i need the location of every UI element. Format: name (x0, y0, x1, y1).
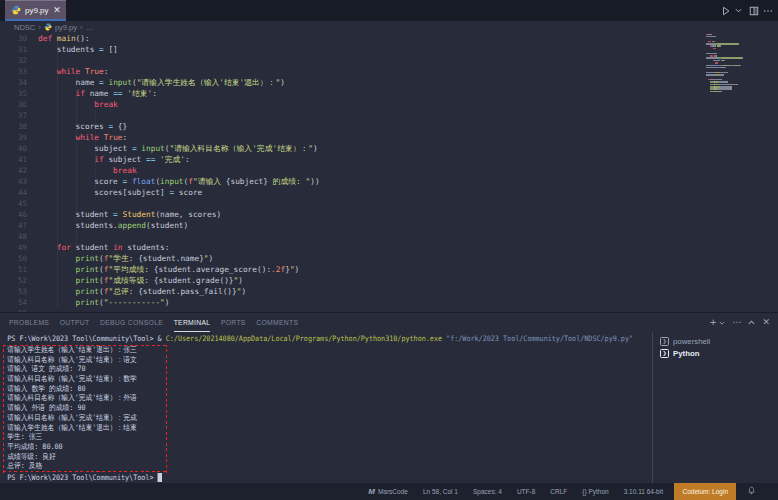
code-token-fn: input (108, 78, 131, 87)
minimap[interactable] (706, 33, 768, 312)
code-token-fn: print (76, 254, 99, 263)
panel-tab-comments[interactable]: COMMENTS (256, 313, 298, 332)
code-token-kw: for (57, 243, 71, 252)
code-token-str: "请输入科目名称（输入'完成'结束）：" (169, 144, 313, 153)
code-token-num: True (85, 67, 104, 76)
code-token-txt: {subject} (226, 177, 268, 186)
bottom-panel: PROBLEMSOUTPUTDEBUG CONSOLETERMINALPORTS… (0, 312, 778, 483)
statusbar-marscode[interactable]: MMarsCode (361, 483, 416, 500)
close-panel-icon[interactable]: ✕ (762, 318, 770, 327)
python-icon (11, 5, 21, 15)
terminal-more-icon[interactable]: ⋯ (732, 318, 741, 327)
code-token-txt: [] (104, 45, 118, 54)
code-token-txt: ) (280, 78, 285, 87)
code-line: 40 subject = input("请输入科目名称（输入'完成'结束）：") (0, 143, 778, 154)
panel-tab-debug-console[interactable]: DEBUG CONSOLE (100, 313, 163, 332)
terminal-prompt-line: PS F:\Work\2023 Tool\Community\Tool> (0, 473, 587, 483)
code-line: 38 scores = {} (0, 121, 778, 132)
breadcrumb-item-symbol[interactable]: … (86, 23, 94, 32)
terminal-dropdown-chevron-icon[interactable] (719, 320, 725, 326)
statusbar-python-version[interactable]: 3.10.11 64-bit (616, 483, 670, 500)
code-line: 43 score = float(input(f"请输入 {subject} 的… (0, 176, 778, 187)
code-token-fn: input (141, 144, 164, 153)
terminal-icon: ❯ (660, 349, 669, 358)
statusbar-language-mode[interactable]: {} Python (575, 483, 616, 500)
code-token-kw: break (113, 166, 136, 175)
code-token-txt: {student.pass_fail()} (138, 287, 237, 296)
code-token-txt: ) (241, 287, 246, 296)
code-token-str: "学生: (108, 254, 138, 263)
code-line: 34 name = input("请输入学生姓名（输入'结束'退出）：") (0, 77, 778, 88)
terminal-command-line: PS F:\Work\2023 Tool\Community\Tool> & C… (0, 334, 587, 345)
code-token-txt: students. (38, 221, 118, 230)
statusbar-encoding[interactable]: UTF-8 (509, 483, 542, 500)
code-token-txt: ) (165, 298, 170, 307)
code-token-txt: : (185, 155, 190, 164)
notifications-bell-icon[interactable] (739, 486, 764, 497)
new-terminal-icon[interactable]: + (710, 318, 716, 327)
code-line: 49 for student in students: (0, 242, 778, 253)
code-token-txt (38, 155, 94, 164)
code-line: 53 print(f"总评: {student.pass_fail()}") (0, 286, 778, 297)
indent-guide (76, 66, 77, 246)
code-token-txt: {student.grade()} (154, 276, 234, 285)
code-lines: 30def main():31 students = []3233 while … (0, 33, 778, 312)
code-token-op: == (146, 155, 155, 164)
code-line: 31 students = [] (0, 44, 778, 55)
code-token-txt (38, 100, 94, 109)
code-token-str: 的成绩: " (268, 177, 310, 186)
code-token-txt (38, 243, 57, 252)
split-editor-button[interactable] (747, 4, 761, 18)
code-line: 39 while True: (0, 132, 778, 143)
statusbar-codeium-login[interactable]: Codeium: Login (674, 483, 736, 500)
annotation-red-dashed-box (3, 345, 167, 473)
panel-tab-problems[interactable]: PROBLEMS (9, 313, 49, 332)
run-button[interactable] (719, 4, 733, 18)
code-token-txt: name (85, 89, 113, 98)
statusbar-indentation[interactable]: Spaces: 4 (465, 483, 509, 500)
code-token-txt: students: (123, 243, 170, 252)
panel-actions: + ⋯ ✕ (710, 313, 770, 332)
code-line: 46 student = Student(name, scores) (0, 209, 778, 220)
statusbar-cursor-position[interactable]: Ln 58, Col 1 (415, 483, 465, 500)
panel-tab-output[interactable]: OUTPUT (60, 313, 90, 332)
code-line: 48 (0, 231, 778, 242)
breadcrumb-item-file[interactable]: py9.py (55, 23, 77, 32)
code-token-txt (38, 67, 57, 76)
code-line: 52 print(f"成绩等级: {student.grade()}") (0, 275, 778, 286)
code-line: 54 print("-----------") (0, 297, 778, 308)
maximize-panel-icon[interactable] (748, 319, 755, 326)
code-token-txt: (): (76, 34, 90, 43)
breadcrumb-item-folder[interactable]: NDSC (14, 23, 35, 32)
code-line: 32 (0, 55, 778, 66)
panel-tab-terminal[interactable]: TERMINAL (174, 313, 211, 332)
code-token-str: '结束' (127, 89, 152, 98)
code-token-str: "平均成绩: (108, 265, 153, 274)
terminal-instance-powershell[interactable]: ❯powershell (653, 335, 778, 347)
code-line: 44 scores[subject] = score (0, 187, 778, 198)
code-line: 41 if subject == '完成': (0, 154, 778, 165)
tab-close-icon[interactable]: ✕ (52, 6, 62, 15)
breadcrumb-separator-icon: › (38, 23, 41, 32)
code-token-txt: ) (295, 265, 300, 274)
code-token-txt: {} (113, 122, 127, 131)
code-line: 36 break (0, 99, 778, 110)
panel-tab-ports[interactable]: PORTS (221, 313, 246, 332)
statusbar-eol[interactable]: CRLF (543, 483, 575, 500)
tab-py9[interactable]: py9.py ✕ (5, 0, 66, 21)
terminal[interactable]: PS F:\Work\2023 Tool\Community\Tool> & C… (0, 332, 652, 484)
code-line: 42 break (0, 165, 778, 176)
code-token-fn: append (118, 221, 146, 230)
run-dropdown-chevron-icon[interactable] (733, 4, 743, 18)
code-token-txt: score (174, 188, 202, 197)
code-token-str: "请输入学生姓名（输入'结束'退出）：" (137, 78, 281, 87)
terminal-instance-python[interactable]: ❯Python (653, 347, 778, 359)
status-bar: MMarsCode Ln 58, Col 1 Spaces: 4 UTF-8 C… (0, 483, 778, 500)
code-token-txt: ) (209, 254, 214, 263)
code-token-defn: main (57, 34, 76, 43)
code-editor[interactable]: 30def main():31 students = []3233 while … (0, 33, 778, 312)
code-token-kw: in (113, 243, 122, 252)
tab-bar: py9.py ✕ (0, 0, 778, 21)
editor-more-actions-button[interactable] (761, 4, 775, 18)
panel-tab-bar: PROBLEMSOUTPUTDEBUG CONSOLETERMINALPORTS… (0, 313, 778, 332)
